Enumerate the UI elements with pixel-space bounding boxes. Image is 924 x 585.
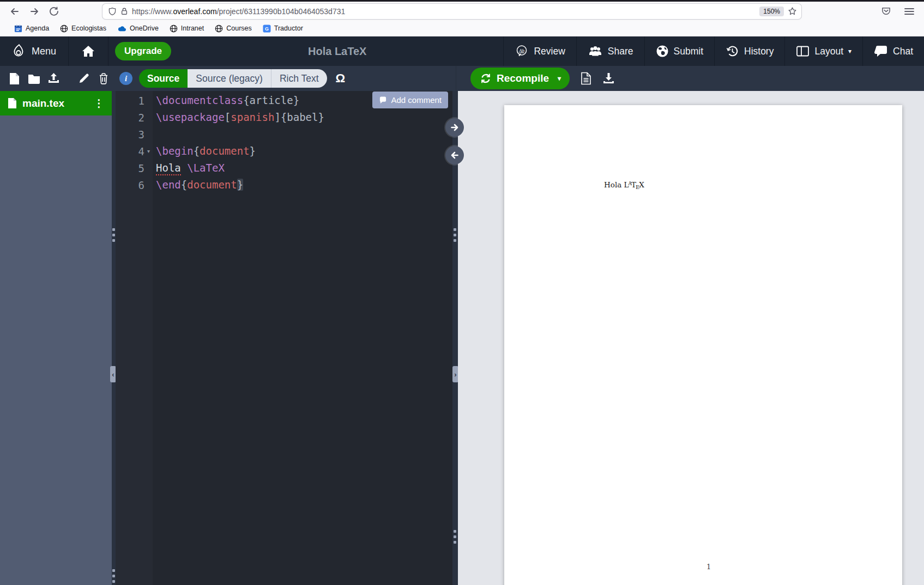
code-line[interactable]: \usepackage[spanish]{babel} [156,109,452,126]
file-tree-item-main-tex[interactable]: main.tex ⋮ [0,91,112,115]
view-logs-button[interactable] [581,72,591,85]
pencil-icon [78,72,90,84]
symbol-palette-button[interactable]: Ω [336,71,346,86]
code-lines[interactable]: \documentclass{article}\usepackage[spani… [153,91,452,585]
forward-button[interactable] [27,4,41,19]
tab-source[interactable]: Source [139,69,188,88]
bookmark-onedrive[interactable]: OneDrive [113,23,163,34]
drag-handle-icon[interactable] [112,569,115,583]
file-menu-kebab-icon[interactable]: ⋮ [94,97,104,109]
bookmark-traductor[interactable]: G Traductor [258,23,307,34]
nav-label: History [744,46,774,57]
sync-to-pdf-button[interactable] [445,118,464,137]
reload-button[interactable] [47,4,61,19]
drag-handle-icon[interactable] [112,228,115,242]
url-bar[interactable]: https://www.overleaf.com/project/6311399… [102,4,801,19]
download-icon [602,72,615,84]
gutter: 1234▾56 [116,91,153,585]
tab-rich-text[interactable]: Rich Text [271,69,327,88]
svg-text:G: G [265,26,269,31]
nav-submit[interactable]: Submit [644,36,714,66]
bookmark-star-icon[interactable] [788,7,797,16]
project-title: Hola LaTeX [171,45,503,58]
upload-icon [47,72,60,84]
globe-icon [656,45,669,58]
bookmark-ecologistas[interactable]: Ecologistas [56,23,111,34]
pocket-icon[interactable] [881,6,891,16]
overleaf-header: Menu Upgrade Hola LaTeX Ab Review Share … [0,36,924,66]
nav-layout[interactable]: Layout ▾ [784,36,862,66]
editor-toolbar: i Source Source (legacy) Rich Text Ω Rec… [0,66,924,91]
pdf-page-number: 1 [706,563,711,571]
nav-label: Share [608,46,633,57]
delete-button[interactable] [97,71,110,86]
home-icon [82,45,95,57]
recompile-options-caret[interactable]: ▾ [558,75,561,82]
editor-pdf-resizer[interactable]: › [452,91,458,585]
tab-source-legacy[interactable]: Source (legacy) [188,69,271,88]
upload-button[interactable] [47,71,60,86]
new-folder-icon [28,74,40,84]
nav-label: Layout [814,46,843,57]
shield-icon [108,7,117,16]
add-comment-button[interactable]: Add comment [372,92,448,108]
pdf-preview-pane[interactable]: Hola LATEX 1 [458,91,924,585]
new-file-icon [9,72,20,85]
code-editor[interactable]: 1234▾56 \documentclass{article}\usepacka… [116,91,452,585]
nav-review[interactable]: Ab Review [503,36,576,66]
chevron-down-icon: ▾ [848,47,851,55]
nav-label: Review [534,46,565,57]
chat-icon [874,45,888,58]
bookmark-label: Traductor [274,25,303,32]
compile-log-icon [581,72,591,85]
code-line[interactable]: Hola \LaTeX [156,160,452,176]
calendar-icon [14,25,22,33]
bookmark-label: Agenda [26,25,49,32]
code-line[interactable] [156,126,452,143]
bookmark-label: OneDrive [130,25,159,32]
sync-to-code-button[interactable] [445,146,464,164]
nav-chat[interactable]: Chat [862,36,924,66]
lock-icon [120,7,128,15]
mode-switcher-area: i Source Source (legacy) Rich Text Ω [112,66,456,91]
nav-share[interactable]: Share [576,36,644,66]
line-number: 2 [116,109,153,126]
url-text: https://www.overleaf.com/project/6311399… [132,7,756,16]
code-line[interactable]: \end{document} [156,176,452,193]
bookmark-agenda[interactable]: Agenda [10,23,53,34]
new-file-button[interactable] [8,71,21,86]
line-number: 4▾ [116,143,153,160]
bookmark-intranet[interactable]: Intranet [165,23,208,34]
share-icon [588,45,603,57]
menu-hamburger-icon[interactable] [904,8,914,15]
nav-history[interactable]: History [714,36,784,66]
menu-button[interactable]: Menu [0,36,69,66]
zoom-level-badge[interactable]: 150% [759,7,784,16]
screen: https://www.overleaf.com/project/6311399… [0,0,924,585]
cloud-icon [117,25,126,33]
new-folder-button[interactable] [27,71,40,86]
fold-caret-icon[interactable]: ▾ [144,148,153,154]
drag-handle-icon[interactable] [454,530,456,544]
home-button[interactable] [69,36,108,66]
svg-text:Ab: Ab [518,48,524,53]
info-icon[interactable]: i [119,72,132,85]
review-icon: Ab [515,44,529,58]
file-tree-resizer[interactable]: ‹ [112,91,116,585]
layout-icon [796,45,810,57]
code-line[interactable]: \begin{document} [156,143,452,160]
globe-icon [215,25,223,33]
back-button[interactable] [8,4,22,19]
recompile-button[interactable]: Recompile ▾ [470,68,570,89]
bookmark-courses[interactable]: Courses [210,23,256,34]
line-number: 5 [116,160,153,176]
forward-icon [29,7,39,16]
pdf-body-text: Hola LATEX [604,180,644,190]
download-pdf-button[interactable] [602,72,615,84]
upgrade-button[interactable]: Upgrade [115,42,171,60]
drag-handle-icon[interactable] [454,228,456,242]
arrow-right-icon [450,123,460,132]
main-content: main.tex ⋮ ‹ 1234▾56 \documentclass{arti… [0,91,924,585]
rename-button[interactable] [77,71,90,86]
bookmark-label: Intranet [181,25,204,32]
